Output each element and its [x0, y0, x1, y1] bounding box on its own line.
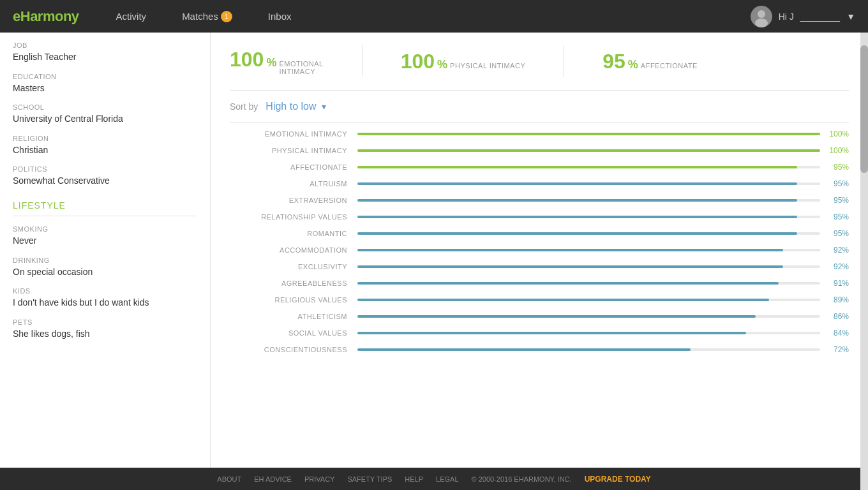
bar-fill [357, 182, 797, 185]
bar-label: AFFECTIONATE [230, 163, 357, 171]
scrollbar[interactable] [860, 33, 868, 490]
footer-eh-advice[interactable]: EH ADVICE [254, 475, 292, 483]
bar-percent: 95% [820, 212, 849, 221]
logo[interactable]: eHarmony [13, 8, 79, 25]
bar-row: RELIGIOUS VALUES89% [230, 295, 849, 304]
affectionate-pct: 95 [602, 50, 625, 73]
scrollbar-thumb[interactable] [860, 45, 868, 173]
nav-inbox[interactable]: Inbox [250, 0, 310, 33]
bar-label: RELIGIOUS VALUES [230, 296, 357, 304]
compat-divider-2 [564, 45, 564, 77]
footer-safety-tips[interactable]: SAFETY TIPS [347, 475, 392, 483]
bar-track [357, 166, 820, 168]
bar-track [357, 299, 820, 301]
bar-fill [357, 249, 783, 251]
compat-physical: 100 % PHYSICAL INTIMACY [401, 50, 526, 73]
bar-track [357, 182, 820, 185]
physical-pct-symbol: % [437, 58, 447, 71]
bar-track [357, 232, 820, 235]
footer-about[interactable]: ABOUT [217, 475, 241, 483]
nav-links: Activity Matches 1 Inbox [98, 0, 310, 33]
bar-row: ACCOMMODATION92% [230, 246, 849, 255]
bar-label: ALTRUISM [230, 180, 357, 188]
bar-row: AGREEABLENESS91% [230, 279, 849, 288]
bar-percent: 89% [820, 295, 849, 304]
svg-point-1 [758, 10, 765, 18]
main-layout: JOB English Teacher EDUCATION Masters SC… [0, 33, 868, 468]
footer-help[interactable]: HELP [405, 475, 423, 483]
compat-emotional: 100 % EMOTIONALINTIMACY [230, 48, 324, 75]
bar-fill [357, 299, 769, 301]
compat-stats: 100 % EMOTIONALINTIMACY 100 % PHYSICAL I… [230, 33, 849, 91]
religion-label: RELIGION [13, 135, 197, 142]
footer: ABOUT EH ADVICE PRIVACY SAFETY TIPS HELP… [0, 468, 868, 490]
smoking-section: SMOKING Never [13, 225, 197, 248]
emotional-label: EMOTIONALINTIMACY [279, 60, 323, 75]
bar-track [357, 265, 820, 268]
footer-legal[interactable]: LEGAL [436, 475, 458, 483]
matches-badge: 1 [221, 11, 232, 22]
bar-row: CONSCIENTIOUSNESS72% [230, 345, 849, 354]
school-section: SCHOOL University of Central Florida [13, 103, 197, 126]
drinking-label: DRINKING [13, 256, 197, 264]
bar-percent: 100% [820, 146, 849, 155]
user-menu[interactable]: Hi J ________ ▼ [751, 6, 855, 27]
nav-activity[interactable]: Activity [98, 0, 165, 33]
bar-label: AGREEABLENESS [230, 279, 357, 287]
school-value: University of Central Florida [13, 113, 197, 126]
user-name: ________ [800, 11, 840, 22]
bar-row: ROMANTIC95% [230, 229, 849, 238]
bar-fill [357, 282, 779, 285]
bar-label: ACCOMMODATION [230, 246, 357, 254]
bar-label: PHYSICAL INTIMACY [230, 147, 357, 154]
bar-track [357, 348, 820, 351]
job-value: English Teacher [13, 51, 197, 64]
nav-matches[interactable]: Matches 1 [164, 0, 250, 33]
bar-row: ATHLETICISM86% [230, 312, 849, 321]
bar-track [357, 133, 820, 135]
bar-percent: 95% [820, 163, 849, 172]
right-panel: 100 % EMOTIONALINTIMACY 100 % PHYSICAL I… [211, 33, 868, 468]
bar-fill [357, 216, 797, 218]
avatar [751, 6, 772, 27]
physical-label: PHYSICAL INTIMACY [450, 62, 525, 70]
pets-section: PETS She likes dogs, fish [13, 318, 197, 341]
bar-percent: 86% [820, 312, 849, 321]
affectionate-label: AFFECTIONATE [641, 62, 698, 70]
bar-label: EMOTIONAL INTIMACY [230, 130, 357, 138]
sort-by-label: Sort by [230, 101, 258, 112]
bar-percent: 95% [820, 196, 849, 205]
logo-harmony: Harmony [20, 8, 79, 24]
bar-track [357, 216, 820, 218]
education-value: Masters [13, 82, 197, 95]
bar-row: RELATIONSHIP VALUES95% [230, 212, 849, 221]
logo-e: e [13, 8, 20, 24]
drinking-value: On special occasion [13, 266, 197, 279]
left-panel: JOB English Teacher EDUCATION Masters SC… [0, 33, 211, 468]
footer-privacy[interactable]: PRIVACY [304, 475, 334, 483]
bar-label: CONSCIENTIOUSNESS [230, 346, 357, 353]
sort-dropdown[interactable]: High to low ▾ [266, 101, 326, 112]
dropdown-arrow: ▼ [846, 11, 855, 22]
bar-fill [357, 149, 820, 152]
bar-track [357, 199, 820, 202]
chevron-down-icon: ▾ [322, 101, 326, 112]
job-label: JOB [13, 41, 197, 49]
bar-label: ROMANTIC [230, 230, 357, 237]
smoking-label: SMOKING [13, 225, 197, 233]
school-label: SCHOOL [13, 103, 197, 111]
bar-row: EXCLUSIVITY92% [230, 262, 849, 271]
pets-label: PETS [13, 318, 197, 326]
bar-fill [357, 199, 797, 202]
bar-chart: EMOTIONAL INTIMACY100%PHYSICAL INTIMACY1… [230, 130, 849, 354]
religion-value: Christian [13, 144, 197, 157]
bar-row: ALTRUISM95% [230, 179, 849, 188]
compat-affectionate: 95 % AFFECTIONATE [602, 50, 698, 73]
politics-section: POLITICS Somewhat Conservative [13, 165, 197, 188]
bar-label: EXTRAVERSION [230, 197, 357, 204]
bar-track [357, 249, 820, 251]
emotional-pct: 100 [230, 48, 264, 71]
politics-value: Somewhat Conservative [13, 175, 197, 188]
footer-upgrade[interactable]: UPGRADE TODAY [585, 475, 651, 484]
pets-value: She likes dogs, fish [13, 328, 197, 341]
